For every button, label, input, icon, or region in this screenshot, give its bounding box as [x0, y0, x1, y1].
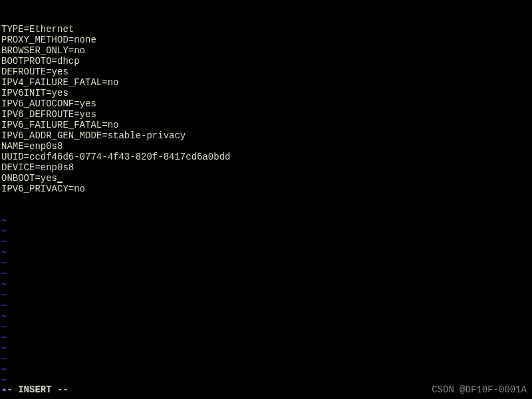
tilde-line: ~ — [1, 215, 531, 226]
config-line[interactable]: IPV6_AUTOCONF=yes — [1, 98, 531, 109]
tilde-line: ~ — [1, 322, 531, 332]
tilde-line: ~ — [1, 279, 531, 290]
config-line[interactable]: TYPE=Ethernet — [1, 24, 531, 35]
tilde-line: ~ — [1, 343, 531, 354]
tilde-line: ~ — [1, 258, 531, 269]
config-line[interactable]: NAME=enp0s8 — [1, 141, 531, 152]
tilde-line: ~ — [1, 226, 531, 237]
config-line[interactable]: DEFROUTE=yes — [1, 66, 531, 77]
tilde-line: ~ — [1, 364, 531, 375]
tilde-line: ~ — [1, 247, 531, 258]
config-line[interactable]: IPV6_DEFROUTE=yes — [1, 109, 531, 120]
vim-mode-status: -- INSERT -- — [1, 384, 68, 395]
tilde-line: ~ — [1, 354, 531, 364]
config-line[interactable]: IPV6_ADDR_GEN_MODE=stable-privacy — [1, 130, 531, 141]
terminal-editor[interactable]: TYPE=EthernetPROXY_METHOD=noneBROWSER_ON… — [0, 0, 532, 399]
tilde-line: ~ — [1, 290, 531, 301]
config-line[interactable]: BROWSER_ONLY=no — [1, 45, 531, 56]
tilde-line: ~ — [1, 301, 531, 311]
tilde-line: ~ — [1, 237, 531, 247]
config-line[interactable]: ONBOOT=yes — [1, 173, 531, 184]
config-line[interactable]: BOOTPROTO=dhcp — [1, 56, 531, 66]
tilde-line: ~ — [1, 332, 531, 343]
config-line[interactable]: IPV4_FAILURE_FATAL=no — [1, 77, 531, 88]
config-line[interactable]: DEVICE=enp0s8 — [1, 162, 531, 173]
tilde-line: ~ — [1, 396, 531, 399]
config-line[interactable]: IPV6_PRIVACY=no — [1, 184, 531, 194]
config-content[interactable]: TYPE=EthernetPROXY_METHOD=noneBROWSER_ON… — [1, 24, 531, 194]
tilde-line: ~ — [1, 269, 531, 279]
tilde-line: ~ — [1, 311, 531, 322]
config-line[interactable]: IPV6_FAILURE_FATAL=no — [1, 120, 531, 130]
config-line[interactable]: UUID=ccdf46d6-0774-4f43-820f-8417cd6a0bd… — [1, 152, 531, 162]
empty-lines: ~~~~~~~~~~~~~~~~~~ — [1, 215, 531, 399]
watermark-text: CSDN @DF10F-0001A — [432, 384, 527, 395]
config-line[interactable]: PROXY_METHOD=none — [1, 35, 531, 45]
config-line[interactable]: IPV6INIT=yes — [1, 88, 531, 98]
cursor — [57, 182, 63, 183]
